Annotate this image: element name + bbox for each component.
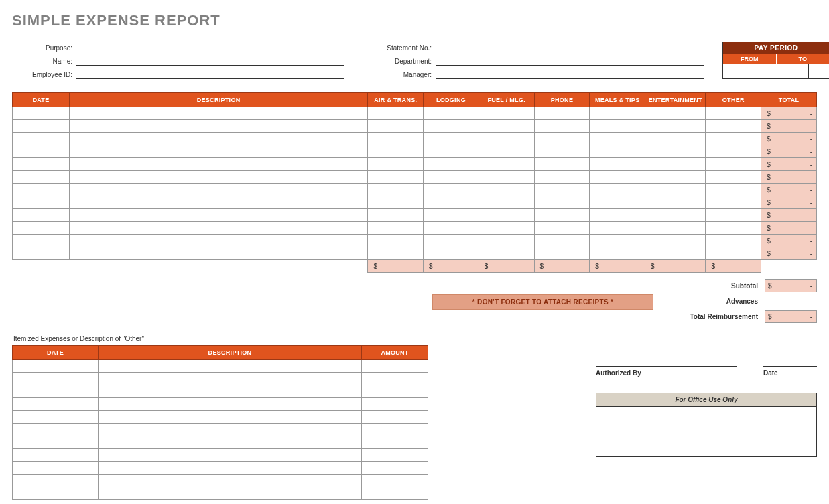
expense-cell[interactable] [645,196,706,209]
expense-cell[interactable] [69,209,368,222]
expense-cell[interactable] [706,158,761,171]
expense-cell[interactable] [424,196,479,209]
expense-cell[interactable] [534,247,590,260]
expense-cell[interactable] [706,107,761,120]
expense-cell[interactable] [534,171,590,184]
expense-cell[interactable] [645,222,706,235]
expense-cell[interactable] [368,171,424,184]
expense-cell[interactable] [645,145,706,158]
item-cell[interactable] [362,398,428,411]
item-cell[interactable] [362,411,428,424]
expense-cell[interactable] [706,145,761,158]
expense-cell[interactable] [13,171,70,184]
expense-cell[interactable] [706,184,761,196]
input-statement-no[interactable] [436,42,704,52]
expense-cell[interactable] [479,107,534,120]
expense-cell[interactable] [424,171,479,184]
expense-cell[interactable] [13,133,70,145]
expense-cell[interactable] [69,145,368,158]
expense-cell[interactable] [69,235,368,247]
expense-cell[interactable] [590,222,645,235]
expense-cell[interactable] [424,133,479,145]
expense-cell[interactable] [368,133,424,145]
expense-cell[interactable] [479,184,534,196]
item-cell[interactable] [13,360,99,373]
expense-cell[interactable] [69,196,368,209]
input-name[interactable] [76,55,344,66]
expense-cell[interactable] [479,158,534,171]
item-cell[interactable] [98,411,361,424]
expense-cell[interactable] [368,158,424,171]
expense-cell[interactable] [479,209,534,222]
expense-cell[interactable] [69,107,368,120]
item-cell[interactable] [98,424,361,436]
expense-cell[interactable] [479,247,534,260]
expense-cell[interactable] [534,145,590,158]
expense-cell[interactable] [424,235,479,247]
expense-cell[interactable] [534,120,590,133]
expense-cell[interactable] [69,222,368,235]
expense-cell[interactable] [13,222,70,235]
expense-cell[interactable] [645,120,706,133]
expense-cell[interactable] [590,196,645,209]
expense-cell[interactable] [590,133,645,145]
expense-cell[interactable] [424,158,479,171]
expense-cell[interactable] [706,120,761,133]
expense-cell[interactable] [645,133,706,145]
expense-cell[interactable] [590,235,645,247]
expense-cell[interactable] [590,145,645,158]
item-cell[interactable] [98,373,361,385]
expense-cell[interactable] [368,222,424,235]
expense-cell[interactable] [479,145,534,158]
expense-cell[interactable] [13,196,70,209]
expense-cell[interactable] [590,158,645,171]
expense-cell[interactable] [424,107,479,120]
expense-cell[interactable] [534,184,590,196]
expense-cell[interactable] [13,209,70,222]
item-cell[interactable] [98,462,361,475]
expense-cell[interactable] [424,222,479,235]
item-cell[interactable] [362,424,428,436]
expense-cell[interactable] [706,247,761,260]
expense-cell[interactable] [424,184,479,196]
item-cell[interactable] [98,360,361,373]
expense-cell[interactable] [13,184,70,196]
expense-cell[interactable] [706,222,761,235]
item-cell[interactable] [13,449,99,462]
expense-cell[interactable] [534,235,590,247]
expense-cell[interactable] [368,235,424,247]
expense-cell[interactable] [534,196,590,209]
expense-cell[interactable] [479,196,534,209]
expense-cell[interactable] [13,120,70,133]
expense-cell[interactable] [534,107,590,120]
item-cell[interactable] [13,411,99,424]
expense-cell[interactable] [424,120,479,133]
expense-cell[interactable] [590,209,645,222]
item-cell[interactable] [98,487,361,500]
expense-cell[interactable] [534,209,590,222]
item-cell[interactable] [362,449,428,462]
expense-cell[interactable] [424,209,479,222]
item-cell[interactable] [13,462,99,475]
item-cell[interactable] [98,449,361,462]
expense-cell[interactable] [13,145,70,158]
item-cell[interactable] [98,398,361,411]
expense-cell[interactable] [645,209,706,222]
expense-cell[interactable] [479,133,534,145]
expense-cell[interactable] [534,222,590,235]
expense-cell[interactable] [645,247,706,260]
advances-value[interactable] [765,295,817,308]
item-cell[interactable] [98,475,361,487]
input-purpose[interactable] [76,42,344,52]
expense-cell[interactable] [479,222,534,235]
item-cell[interactable] [362,373,428,385]
expense-cell[interactable] [706,209,761,222]
input-manager[interactable] [436,68,704,79]
expense-cell[interactable] [13,107,70,120]
item-cell[interactable] [362,360,428,373]
expense-cell[interactable] [534,133,590,145]
expense-cell[interactable] [13,247,70,260]
input-department[interactable] [436,55,704,66]
expense-cell[interactable] [69,171,368,184]
item-cell[interactable] [13,398,99,411]
